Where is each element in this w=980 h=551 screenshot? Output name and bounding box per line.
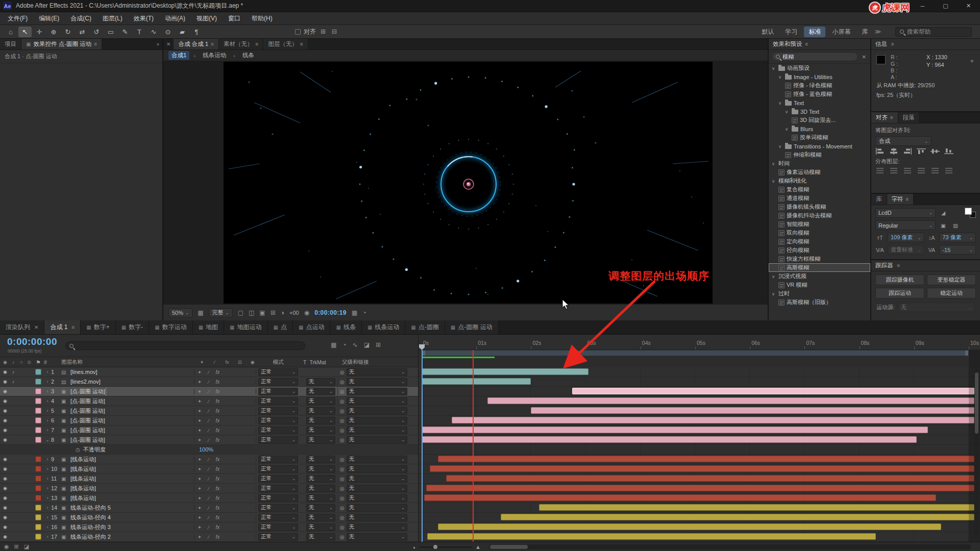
effect-智能模糊[interactable]: 智能模糊 (769, 220, 870, 229)
layer-switches[interactable]: ✦∕fx (194, 418, 256, 423)
effect-抠像 - 蓝色模糊[interactable]: 抠像 - 蓝色模糊 (769, 90, 870, 98)
blend-mode-select[interactable]: 正常⌄ (258, 427, 298, 434)
align-center-h-button[interactable] (889, 148, 898, 155)
audio-toggle[interactable]: ♪ (9, 369, 17, 374)
expand-arrow-icon[interactable]: › (44, 534, 51, 539)
mask-rect-tool-icon[interactable]: ▭ (104, 27, 117, 37)
label-color-chip[interactable] (33, 466, 44, 472)
parent-select[interactable]: 无⌄ (347, 533, 407, 541)
expand-arrow-icon[interactable]: › (44, 515, 51, 520)
label-color-chip[interactable] (33, 379, 44, 385)
antialias-switch[interactable]: ∕ (208, 505, 209, 511)
help-search-box[interactable]: 搜索帮助 (895, 27, 972, 37)
exposure-icon[interactable]: ◑ (281, 309, 284, 316)
pick-whip-icon[interactable]: ◎ (340, 524, 345, 530)
trkmat-select[interactable]: 无⌄ (306, 397, 335, 405)
pen-tool-icon[interactable]: ✎ (118, 27, 132, 37)
workspace-库[interactable]: 库 (857, 27, 872, 37)
align-top-button[interactable] (917, 148, 926, 155)
menu-item-视图(V)[interactable]: 视图(V) (191, 12, 223, 25)
label-color-chip[interactable] (33, 369, 44, 375)
layer-switches[interactable]: ✦∕fx (194, 379, 256, 385)
blend-mode-select[interactable]: 正常⌄ (258, 514, 298, 521)
kerning-select[interactable]: 度量标准 ⌄ (888, 245, 924, 255)
scrollbar-thumb[interactable] (490, 545, 528, 549)
property-value[interactable]: 100% (199, 446, 213, 453)
zoom-out-icon[interactable]: ▲ (412, 545, 416, 549)
quality-switch[interactable]: ✦ (198, 408, 202, 414)
effect-高斯模糊[interactable]: 高斯模糊 (769, 263, 870, 272)
layer-name[interactable]: [线条运动] (70, 485, 194, 492)
clear-search-icon[interactable]: ✕ (861, 54, 867, 60)
layer-name[interactable]: [线条运动] (70, 456, 194, 463)
visibility-toggle[interactable]: ◉ (1, 437, 9, 442)
tab-library[interactable]: 库 (871, 194, 887, 205)
quality-switch[interactable]: ✦ (198, 389, 202, 394)
layer-name[interactable]: [点-圆圈 运动] (70, 407, 194, 415)
layer-duration-bar[interactable] (424, 494, 936, 501)
expand-arrow-icon[interactable]: › (44, 466, 51, 471)
trkmat-select[interactable]: 无⌄ (306, 417, 335, 424)
quality-switch[interactable]: ✦ (198, 428, 202, 433)
blend-mode-select[interactable]: 正常⌄ (258, 494, 298, 502)
blend-mode-select[interactable]: 正常⌄ (258, 368, 298, 376)
number-column-header[interactable]: # (44, 359, 61, 365)
category-过时[interactable]: ∨过时 (769, 289, 870, 298)
scrollbar-thumb[interactable] (975, 372, 978, 434)
layer-duration-bar[interactable] (572, 388, 974, 394)
layer-switches[interactable]: ✦∕fx (194, 524, 256, 530)
zoom-slider-knob[interactable] (433, 545, 437, 549)
effects-switch[interactable]: fx (216, 428, 220, 433)
blend-mode-select[interactable]: 正常⌄ (258, 475, 298, 483)
antialias-switch[interactable]: ∕ (208, 379, 209, 385)
blend-mode-select[interactable]: 正常⌄ (258, 485, 298, 492)
quality-switch[interactable]: ✦ (198, 437, 202, 443)
layer-name[interactable]: 线条运动-径向 4 (70, 514, 194, 521)
quality-switch[interactable]: ✦ (198, 398, 202, 404)
twirl-icon[interactable]: ∨ (785, 109, 790, 114)
layer-duration-bar[interactable] (501, 514, 974, 520)
tab-align[interactable]: 对齐 ≡ (871, 112, 898, 123)
twirl-icon[interactable]: ∨ (772, 179, 776, 184)
effects-switch[interactable]: fx (216, 486, 220, 491)
faux-italic-icon[interactable]: ▨ (951, 222, 960, 229)
visibility-toggle[interactable]: ◉ (1, 476, 9, 481)
mask-options-icon[interactable]: ⊟ (330, 28, 338, 35)
layer-name[interactable]: [点-圆圈 运动] (70, 417, 194, 424)
antialias-switch[interactable]: ∕ (208, 408, 209, 414)
layer-duration-bar[interactable] (446, 475, 974, 482)
blend-mode-select[interactable]: 正常⌄ (258, 417, 298, 424)
stopwatch-icon[interactable]: ◷ (76, 447, 80, 453)
panel-menu-icon[interactable]: ≡ (890, 115, 893, 120)
parent-select[interactable]: 无⌄ (347, 465, 407, 473)
workspace-学习[interactable]: 学习 (780, 27, 802, 37)
blend-mode-select[interactable]: 正常⌄ (258, 407, 298, 415)
expand-arrow-icon[interactable]: › (44, 408, 51, 413)
category-Image - Utilities[interactable]: ∨Image - Utilities (769, 72, 870, 81)
tab-合成 合成 1[interactable]: 合成 合成 1≡ (174, 39, 219, 49)
panel-menu-icon[interactable]: ≡ (256, 41, 259, 47)
layer-name[interactable]: 线条运动-径向 3 (70, 523, 194, 531)
稳定运动-button[interactable]: 稳定运动 (927, 288, 976, 298)
parent-column-header[interactable]: 父级和链接 (338, 359, 409, 366)
effect-VR 模糊[interactable]: VR 模糊 (769, 281, 870, 289)
zoom-tool-icon[interactable]: ⊕ (47, 27, 60, 37)
layer-row-16[interactable]: ◉›16▣线条运动-径向 3✦∕fx正常⌄无⌄◎无⌄ (0, 522, 418, 532)
workspace-标准[interactable]: 标准 (804, 27, 825, 37)
effect-复合模糊[interactable]: 复合模糊 (769, 185, 870, 194)
layer-name[interactable]: 线条运动-径向 5 (70, 504, 194, 512)
visibility-toggle[interactable]: ◉ (1, 466, 9, 471)
workspace-小屏幕[interactable]: 小屏幕 (827, 27, 855, 37)
visibility-toggle[interactable]: ◉ (1, 534, 9, 539)
expand-arrow-icon[interactable]: › (44, 505, 51, 510)
layer-name[interactable]: [lines.mov] (70, 369, 194, 375)
antialias-switch[interactable]: ∕ (208, 457, 209, 462)
antialias-switch[interactable]: ∕ (208, 437, 209, 443)
selection-tool-icon[interactable]: ↖ (18, 27, 32, 37)
trkmat-select[interactable]: 无⌄ (306, 407, 335, 415)
effects-switch[interactable]: fx (216, 389, 220, 394)
menu-item-图层(L)[interactable]: 图层(L) (97, 12, 128, 25)
layer-duration-bar[interactable] (422, 427, 928, 433)
quality-switch[interactable]: ✦ (198, 515, 202, 520)
quality-switch[interactable]: ✦ (198, 457, 202, 462)
